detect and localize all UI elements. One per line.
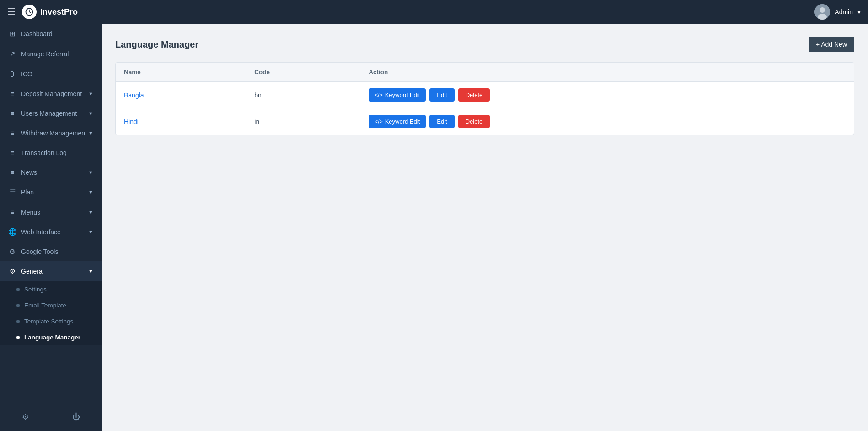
- topbar-left: ☰ InvestPro: [7, 5, 78, 19]
- table-row: Hindi in </> Keyword Edit Edit Delete: [116, 108, 854, 135]
- sub-dot-email: [16, 304, 20, 307]
- general-icon: ⚙: [8, 267, 16, 275]
- language-link-1[interactable]: Hindi: [124, 118, 139, 125]
- page-title: Language Manager: [115, 39, 198, 50]
- action-buttons-1: </> Keyword Edit Edit Delete: [369, 115, 846, 128]
- ico-icon: ₿: [8, 70, 16, 78]
- chevron-down-icon: ▼: [88, 269, 93, 274]
- sidebar-item-news[interactable]: ≡ News ▼: [0, 162, 102, 182]
- power-footer-icon[interactable]: ⏻: [70, 410, 83, 425]
- sidebar: ⊞ Dashboard ↗ Manage Referral ₿ ICO ≡ De…: [0, 24, 102, 431]
- chevron-down-icon: ▼: [88, 91, 93, 97]
- cell-name-0: Bangla: [116, 82, 246, 108]
- table-row: Bangla bn </> Keyword Edit Edit Delete: [116, 82, 854, 108]
- sidebar-label-transaction: Transaction Log: [21, 149, 67, 156]
- email-template-label: Email Template: [24, 302, 66, 309]
- keyword-edit-button-1[interactable]: </> Keyword Edit: [369, 115, 426, 128]
- transaction-icon: ≡: [8, 149, 16, 156]
- sidebar-item-general[interactable]: ⚙ General ▼: [0, 261, 102, 281]
- users-icon: ≡: [8, 109, 16, 117]
- brand-icon: [22, 5, 37, 19]
- col-name: Name: [116, 63, 246, 82]
- cell-name-1: Hindi: [116, 108, 246, 135]
- chevron-down-icon: ▼: [88, 229, 93, 235]
- sidebar-sub-language-manager[interactable]: Language Manager: [0, 329, 102, 345]
- admin-chevron: ▾: [857, 8, 861, 16]
- sidebar-item-manage-referral[interactable]: ↗ Manage Referral: [0, 44, 102, 64]
- sidebar-item-menus[interactable]: ≡ Menus ▼: [0, 202, 102, 222]
- sidebar-item-deposit-management[interactable]: ≡ Deposit Management ▼: [0, 84, 102, 103]
- topbar-right[interactable]: Admin ▾: [814, 4, 861, 20]
- hamburger-icon[interactable]: ☰: [7, 6, 16, 17]
- cell-action-0: </> Keyword Edit Edit Delete: [360, 82, 854, 108]
- sidebar-item-withdraw-management[interactable]: ≡ Withdraw Management ▼: [0, 123, 102, 143]
- avatar: [814, 4, 830, 20]
- sidebar-label-news: News: [21, 169, 37, 176]
- web-interface-icon: 🌐: [8, 228, 16, 236]
- sidebar-label-web-interface: Web Interface: [21, 228, 61, 236]
- keyword-edit-button-0[interactable]: </> Keyword Edit: [369, 88, 426, 102]
- sidebar-item-plan[interactable]: ☰ Plan ▼: [0, 182, 102, 202]
- language-link-0[interactable]: Bangla: [124, 92, 144, 99]
- add-new-button[interactable]: + Add New: [809, 37, 854, 52]
- google-tools-icon: G: [8, 248, 16, 255]
- sidebar-item-web-interface[interactable]: 🌐 Web Interface ▼: [0, 222, 102, 242]
- brand-name: InvestPro: [40, 7, 78, 17]
- sidebar-label-menus: Menus: [21, 209, 40, 216]
- delete-button-0[interactable]: Delete: [458, 88, 490, 102]
- sidebar-sub-email-template[interactable]: Email Template: [0, 297, 102, 313]
- chevron-down-icon: ▼: [88, 210, 93, 215]
- sidebar-item-users-management[interactable]: ≡ Users Management ▼: [0, 103, 102, 123]
- admin-label: Admin: [835, 8, 853, 16]
- sub-dot-language: [16, 336, 20, 339]
- sidebar-sub-template-settings[interactable]: Template Settings: [0, 313, 102, 329]
- sidebar-label-plan: Plan: [21, 189, 34, 196]
- settings-footer-icon[interactable]: ⚙: [19, 409, 32, 425]
- code-icon: </>: [375, 92, 382, 98]
- sidebar-item-dashboard[interactable]: ⊞ Dashboard: [0, 24, 102, 44]
- cell-code-0: bn: [246, 82, 360, 108]
- chevron-down-icon: ▼: [88, 170, 93, 175]
- table-header-row: Name Code Action: [116, 63, 854, 82]
- cell-action-1: </> Keyword Edit Edit Delete: [360, 108, 854, 135]
- sidebar-label-referral: Manage Referral: [21, 50, 69, 58]
- chevron-down-icon: ▼: [88, 130, 93, 136]
- template-settings-label: Template Settings: [24, 318, 73, 325]
- sidebar-label-withdraw: Withdraw Management: [21, 129, 87, 137]
- sub-dot-settings: [16, 288, 20, 291]
- table-body: Bangla bn </> Keyword Edit Edit Delete H…: [116, 82, 854, 135]
- layout: ⊞ Dashboard ↗ Manage Referral ₿ ICO ≡ De…: [0, 24, 868, 431]
- sidebar-footer: ⚙ ⏻: [0, 403, 102, 431]
- sidebar-item-google-tools[interactable]: G Google Tools: [0, 242, 102, 261]
- sidebar-label-ico: ICO: [21, 70, 32, 78]
- general-sub-menu: Settings Email Template Template Setting…: [0, 281, 102, 345]
- topbar: ☰ InvestPro Admin ▾: [0, 0, 868, 24]
- col-code: Code: [246, 63, 360, 82]
- sidebar-label-deposit: Deposit Management: [21, 90, 82, 97]
- referral-icon: ↗: [8, 50, 16, 58]
- action-buttons-0: </> Keyword Edit Edit Delete: [369, 88, 846, 102]
- svg-point-2: [820, 7, 825, 13]
- code-icon: </>: [375, 119, 382, 125]
- settings-label: Settings: [24, 286, 47, 293]
- sidebar-label-users: Users Management: [21, 110, 77, 117]
- sub-dot-template: [16, 320, 20, 323]
- language-manager-label: Language Manager: [24, 334, 80, 341]
- sidebar-item-transaction-log[interactable]: ≡ Transaction Log: [0, 143, 102, 162]
- dashboard-icon: ⊞: [8, 30, 16, 38]
- delete-button-1[interactable]: Delete: [458, 115, 490, 128]
- deposit-icon: ≡: [8, 90, 16, 97]
- col-action: Action: [360, 63, 854, 82]
- chevron-down-icon: ▼: [88, 189, 93, 195]
- sidebar-item-ico[interactable]: ₿ ICO: [0, 64, 102, 84]
- cell-code-1: in: [246, 108, 360, 135]
- sidebar-sub-settings[interactable]: Settings: [0, 281, 102, 297]
- language-table-card: Name Code Action Bangla bn </> Keyword E…: [115, 62, 854, 135]
- chevron-down-icon: ▼: [88, 111, 93, 116]
- edit-button-0[interactable]: Edit: [429, 88, 454, 102]
- news-icon: ≡: [8, 168, 16, 176]
- plan-icon: ☰: [8, 188, 16, 196]
- sidebar-label-dashboard: Dashboard: [21, 30, 53, 38]
- withdraw-icon: ≡: [8, 129, 16, 137]
- edit-button-1[interactable]: Edit: [429, 115, 454, 128]
